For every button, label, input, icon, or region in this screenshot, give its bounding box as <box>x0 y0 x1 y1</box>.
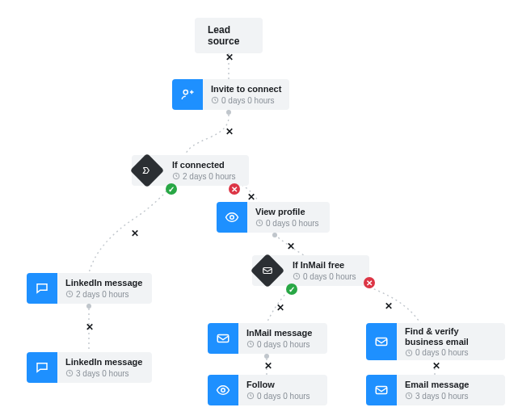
add-step-icon[interactable]: ✕ <box>285 241 297 252</box>
port-dot <box>86 304 91 309</box>
node-delay: 2 days 0 hours <box>65 290 142 299</box>
svg-point-0 <box>183 90 187 94</box>
node-title: If connected <box>172 160 236 170</box>
port-dot <box>264 354 269 359</box>
node-title: Email message <box>405 380 470 390</box>
port-dot <box>272 233 277 237</box>
node-view-profile[interactable]: View profile 0 days 0 hours <box>217 202 330 233</box>
node-delay: 0 days 0 hours <box>211 96 281 105</box>
node-lead-source[interactable]: Lead source <box>195 18 263 53</box>
chat-icon <box>27 273 57 304</box>
node-delay: 0 days 0 hours <box>246 392 310 401</box>
add-step-icon[interactable]: ✕ <box>263 360 274 372</box>
svg-point-3 <box>230 216 234 220</box>
node-title: InMail message <box>246 328 312 338</box>
node-linkedin-message-1[interactable]: LinkedIn message 2 days 0 hours <box>27 273 152 304</box>
node-title: Invite to connect <box>211 84 281 94</box>
add-step-icon[interactable]: ✕ <box>431 360 442 372</box>
add-step-icon[interactable]: ✕ <box>275 302 286 313</box>
node-inmail-message[interactable]: InMail message 0 days 0 hours <box>208 323 327 354</box>
svg-rect-5 <box>263 268 272 274</box>
svg-rect-13 <box>376 338 387 346</box>
node-delay: 0 days 0 hours <box>246 340 312 349</box>
mail-branch-icon <box>251 254 284 288</box>
node-delay: 0 days 0 hours <box>255 219 319 228</box>
node-delay: 2 days 0 hours <box>172 172 236 181</box>
node-invite-to-connect[interactable]: Invite to connect 0 days 0 hours <box>172 79 289 110</box>
eye-icon <box>217 202 247 233</box>
svg-rect-9 <box>217 335 229 342</box>
eye-plus-icon <box>208 375 238 405</box>
node-title: View profile <box>255 207 319 217</box>
node-delay: 0 days 0 hours <box>405 348 494 357</box>
node-follow[interactable]: Follow 0 days 0 hours <box>208 375 327 405</box>
svg-point-11 <box>221 388 225 393</box>
mail-icon <box>208 323 238 354</box>
node-delay: 3 days 0 hours <box>405 392 470 401</box>
add-step-icon[interactable]: ✕ <box>224 126 235 137</box>
add-step-icon[interactable]: ✕ <box>129 228 141 239</box>
node-if-connected[interactable]: If connected 2 days 0 hours <box>132 155 249 186</box>
node-label: Lead source <box>208 24 250 47</box>
node-find-verify-email[interactable]: Find & verify business email 0 days 0 ho… <box>366 323 505 360</box>
mail-icon <box>366 375 397 405</box>
add-step-icon[interactable]: ✕ <box>224 52 235 63</box>
node-title: Follow <box>246 380 310 390</box>
add-step-icon[interactable]: ✕ <box>383 300 394 312</box>
chat-icon <box>27 352 57 383</box>
add-step-icon[interactable]: ✕ <box>84 321 95 333</box>
branch-icon <box>130 153 164 187</box>
node-title: If InMail free <box>293 260 356 271</box>
svg-rect-15 <box>376 387 387 394</box>
node-email-message[interactable]: Email message 3 days 0 hours <box>366 375 505 405</box>
node-if-inmail-free[interactable]: If InMail free 0 days 0 hours <box>252 255 369 286</box>
add-step-icon[interactable]: ✕ <box>246 191 257 203</box>
mail-search-icon <box>366 323 397 360</box>
node-delay: 3 days 0 hours <box>65 369 142 378</box>
person-plus-icon <box>172 79 203 110</box>
node-title: LinkedIn message <box>65 278 142 288</box>
port-dot <box>226 110 231 115</box>
node-title: LinkedIn message <box>65 357 142 368</box>
node-title: Find & verify business email <box>405 326 494 347</box>
node-linkedin-message-2[interactable]: LinkedIn message 3 days 0 hours <box>27 352 152 383</box>
node-delay: 0 days 0 hours <box>293 272 356 281</box>
